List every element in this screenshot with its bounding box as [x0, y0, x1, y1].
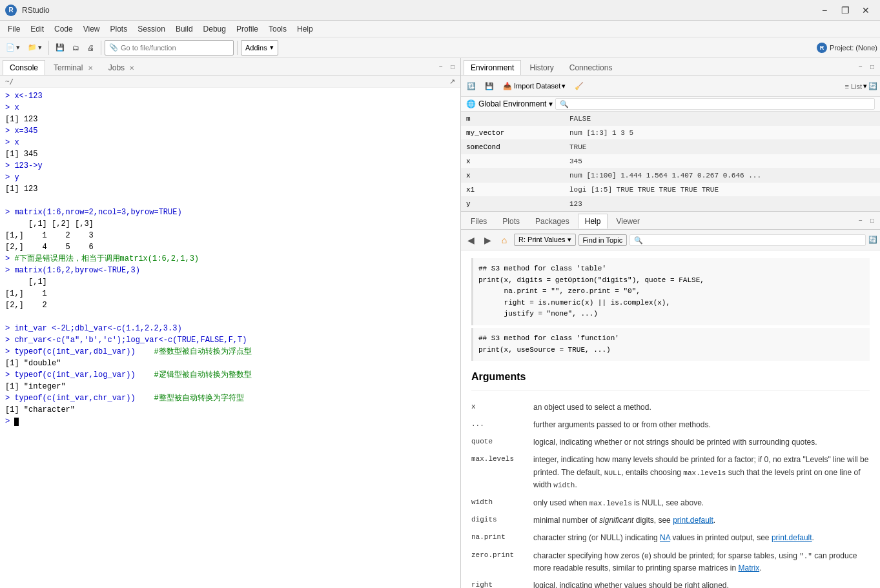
- console-line: [1] "character": [5, 404, 455, 416]
- console-line: > typeof(c(int_var,dbl_var)) #整数型被自动转换为浮…: [5, 346, 455, 358]
- menu-view[interactable]: View: [78, 23, 105, 35]
- help-home-button[interactable]: ⌂: [497, 233, 511, 247]
- menu-tools[interactable]: Tools: [263, 23, 292, 35]
- menu-help[interactable]: Help: [292, 23, 318, 35]
- addins-button[interactable]: Addins ▾: [241, 40, 278, 56]
- help-param-name: quote: [471, 436, 523, 449]
- help-param-name: width: [471, 497, 523, 510]
- menu-session[interactable]: Session: [132, 23, 170, 35]
- menu-profile[interactable]: Profile: [231, 23, 263, 35]
- save-button[interactable]: 💾: [52, 40, 68, 56]
- env-var-value: FALSE: [564, 112, 880, 125]
- import-dataset-chevron: ▾: [562, 82, 566, 90]
- env-var-value: 123: [564, 197, 880, 210]
- project-label: Project: (None): [830, 44, 877, 52]
- environment-tab[interactable]: Environment: [464, 60, 521, 75]
- env-selector-label[interactable]: Global Environment ▾: [478, 99, 553, 108]
- console-line: > y: [5, 172, 455, 183]
- help-param-desc: further arguments passed to or from othe…: [533, 419, 870, 431]
- console-line: > matrix(1:6,nrow=2,ncol=3,byrow=TRUE): [5, 207, 455, 218]
- terminal-close-icon[interactable]: ✕: [88, 65, 93, 72]
- minimize-button[interactable]: −: [815, 4, 834, 17]
- env-maximize-button[interactable]: □: [867, 62, 877, 72]
- packages-tab[interactable]: Packages: [528, 214, 577, 228]
- save-all-button[interactable]: 🗂: [69, 40, 83, 56]
- toolbar-separator-2: [101, 41, 101, 55]
- print-button[interactable]: 🖨: [84, 40, 97, 56]
- console-maximize-button[interactable]: □: [447, 62, 458, 72]
- help-tab[interactable]: Help: [578, 214, 608, 228]
- env-table: m FALSE my_vector num [1:3] 1 3 5 someCo…: [461, 112, 880, 211]
- left-panel: Console Terminal ✕ Jobs ✕ − □ ~/ ↗ > x<-…: [0, 58, 461, 588]
- help-reload-button[interactable]: 🔄: [868, 236, 877, 244]
- plots-tab[interactable]: Plots: [495, 214, 527, 228]
- history-tab[interactable]: History: [522, 60, 560, 75]
- go-to-file-icon: 📎: [109, 43, 118, 52]
- open-file-button[interactable]: 📁▾: [25, 40, 45, 56]
- env-refresh-button[interactable]: 🔃: [464, 80, 479, 92]
- console-line: [2,] 2: [5, 299, 455, 311]
- terminal-tab[interactable]: Terminal ✕: [46, 60, 100, 75]
- console-line: > x: [5, 102, 455, 114]
- new-file-button[interactable]: 📄▾: [3, 40, 23, 56]
- help-param-name: ...: [471, 419, 523, 431]
- menu-file[interactable]: File: [3, 23, 25, 35]
- env-row: x 345: [461, 154, 880, 168]
- env-reload-button[interactable]: 🔄: [868, 82, 877, 90]
- restore-button[interactable]: ❐: [836, 4, 854, 17]
- env-selector-bar: 🌐 Global Environment ▾: [461, 97, 880, 112]
- find-in-topic-button[interactable]: Find in Topic: [578, 234, 628, 246]
- help-param-desc: an object used to select a method.: [533, 401, 870, 414]
- menu-code[interactable]: Code: [49, 23, 78, 35]
- help-param-row: quote logical, indicating whether or not…: [471, 436, 870, 449]
- env-var-name: x: [461, 154, 564, 168]
- toolbar-separator-1: [48, 41, 49, 55]
- console-line: [,1]: [5, 276, 455, 288]
- help-param-name: right: [471, 580, 523, 588]
- env-var-name: x: [461, 168, 564, 182]
- global-env-icon: 🌐: [466, 99, 476, 108]
- env-save-icon: 💾: [485, 82, 494, 90]
- env-var-value: num [1:3] 1 3 5: [564, 126, 880, 139]
- help-forward-button[interactable]: ▶: [480, 233, 495, 247]
- files-tab[interactable]: Files: [464, 214, 494, 228]
- app-logo: R: [5, 5, 17, 16]
- go-to-file-container: 📎: [105, 40, 234, 56]
- menu-build[interactable]: Build: [170, 23, 198, 35]
- help-maximize-button[interactable]: □: [867, 216, 877, 226]
- menu-plots[interactable]: Plots: [105, 23, 133, 35]
- help-param-desc: character specifying how zeros (0) shoul…: [533, 550, 870, 575]
- console-cursor: [14, 418, 19, 426]
- console-tab[interactable]: Console: [3, 60, 45, 75]
- new-file-icon: 📄: [6, 43, 15, 52]
- console-path-action-icon[interactable]: ↗: [449, 77, 455, 86]
- print-values-button[interactable]: R: Print Values ▾: [514, 234, 576, 246]
- console-line: [1] 123: [5, 183, 455, 195]
- jobs-tab[interactable]: Jobs ✕: [101, 60, 142, 75]
- help-back-button[interactable]: ◀: [464, 233, 478, 247]
- console-path-bar: ~/ ↗: [0, 76, 460, 88]
- connections-tab[interactable]: Connections: [562, 60, 620, 75]
- console-output[interactable]: > x<-123 > x [1] 123 > x=345 > x [1] 345…: [0, 88, 460, 588]
- viewer-tab[interactable]: Viewer: [609, 214, 646, 228]
- env-var-value: TRUE: [564, 140, 880, 154]
- import-dataset-button[interactable]: 📥 Import Dataset ▾: [500, 80, 569, 92]
- env-actions: ≡ List ▾ 🔄: [844, 82, 877, 90]
- env-save-button[interactable]: 💾: [482, 80, 497, 92]
- menu-edit[interactable]: Edit: [25, 23, 49, 35]
- help-search-input[interactable]: [629, 234, 866, 246]
- help-param-row: zero.print character specifying how zero…: [471, 550, 870, 575]
- env-clear-button[interactable]: 🧹: [571, 80, 587, 92]
- help-params-section: x an object used to select a method. ...…: [471, 390, 870, 588]
- close-button[interactable]: ✕: [857, 4, 875, 17]
- addins-chevron-icon: ▾: [270, 43, 274, 52]
- jobs-close-icon[interactable]: ✕: [129, 65, 134, 72]
- env-search-input[interactable]: [555, 98, 875, 110]
- console-minimize-button[interactable]: −: [436, 62, 446, 72]
- env-minimize-button[interactable]: −: [855, 62, 866, 72]
- help-minimize-button[interactable]: −: [855, 216, 866, 226]
- menu-bar: File Edit Code View Plots Session Build …: [0, 21, 880, 37]
- env-clear-icon: 🧹: [575, 82, 584, 90]
- menu-debug[interactable]: Debug: [198, 23, 231, 35]
- go-to-file-input[interactable]: [121, 44, 229, 52]
